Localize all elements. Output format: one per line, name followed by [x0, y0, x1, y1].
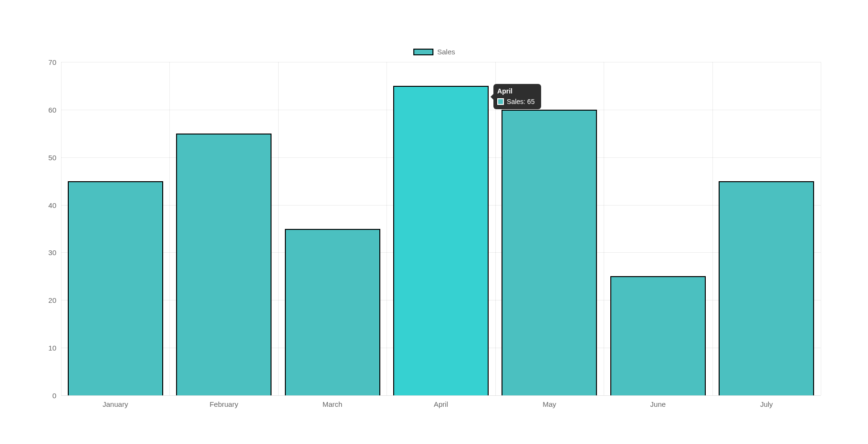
bar-may[interactable] [502, 110, 597, 395]
bar-march[interactable] [285, 229, 380, 396]
grid-line-v [278, 62, 279, 395]
grid-line-v [169, 62, 170, 395]
grid-line-v [387, 62, 387, 395]
bar-chart: Sales 010203040506070JanuaryFebruaryMarc… [43, 48, 826, 410]
bar-february[interactable] [176, 134, 272, 395]
grid-line-v [604, 62, 604, 395]
grid-line-v [61, 62, 62, 395]
x-tick-label: February [209, 400, 238, 408]
bar-july[interactable] [719, 181, 814, 395]
y-tick-label: 40 [48, 201, 56, 209]
grid-line-v [495, 62, 496, 395]
y-tick-label: 20 [48, 296, 56, 304]
y-tick-label: 30 [48, 248, 56, 257]
grid-line-v [712, 62, 713, 395]
legend-item-sales[interactable]: Sales [413, 48, 455, 56]
x-tick-label: January [103, 400, 128, 408]
tooltip-swatch-icon [497, 98, 504, 105]
y-tick-label: 70 [48, 58, 56, 66]
y-tick-label: 50 [48, 153, 56, 161]
tooltip-value: Sales: 65 [507, 97, 534, 107]
tooltip-title: April [497, 87, 537, 96]
y-tick-label: 60 [48, 105, 56, 114]
bar-june[interactable] [610, 276, 706, 395]
legend-label: Sales [437, 48, 455, 56]
tooltip: AprilSales: 65 [493, 84, 541, 109]
x-tick-label: June [650, 400, 666, 408]
grid-line-h [61, 62, 821, 62]
bar-january[interactable] [68, 181, 163, 395]
x-tick-label: March [323, 400, 343, 408]
x-tick-label: May [543, 400, 556, 408]
x-tick-label: April [434, 400, 448, 408]
grid-line-v [821, 62, 821, 395]
y-tick-label: 0 [52, 392, 56, 400]
bar-april[interactable] [393, 86, 489, 395]
y-tick-label: 10 [48, 344, 56, 352]
plot-area: 010203040506070JanuaryFebruaryMarchApril… [61, 62, 821, 396]
x-tick-label: July [760, 400, 773, 408]
legend-swatch-icon [413, 49, 433, 55]
tooltip-body: Sales: 65 [497, 97, 537, 107]
